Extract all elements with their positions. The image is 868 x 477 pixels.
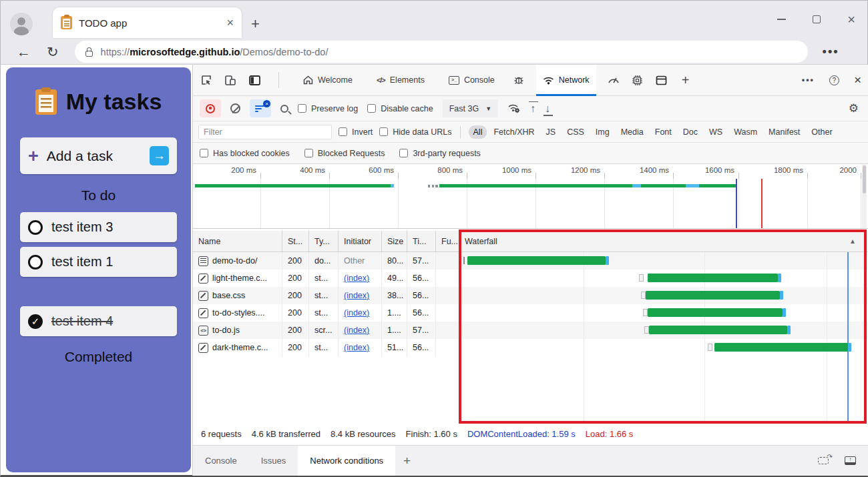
- filter-pill-css[interactable]: CSS: [562, 125, 589, 139]
- filter-pill-wasm[interactable]: Wasm: [729, 125, 762, 139]
- browser-menu-icon[interactable]: •••: [823, 45, 839, 59]
- memory-icon[interactable]: [631, 73, 644, 87]
- waterfall-bar[interactable]: [648, 308, 783, 317]
- request-initiator-cell[interactable]: (index): [339, 287, 382, 304]
- maximize-icon[interactable]: [813, 15, 821, 23]
- tab-network[interactable]: Network: [536, 65, 596, 96]
- dock-side-icon[interactable]: [248, 73, 261, 87]
- help-icon[interactable]: ?: [829, 75, 839, 85]
- application-icon[interactable]: [655, 73, 668, 87]
- expand-drawer-icon[interactable]: ↑: [845, 456, 856, 465]
- filter-pill-media[interactable]: Media: [616, 125, 648, 139]
- network-settings-icon[interactable]: ⚙: [849, 101, 859, 115]
- request-name-cell[interactable]: demo-to-do/: [193, 252, 282, 270]
- request-initiator-cell[interactable]: (index): [339, 304, 382, 322]
- checkbox-blocked-requests[interactable]: Blocked Requests: [304, 149, 385, 158]
- waterfall-bar[interactable]: [648, 274, 778, 282]
- record-button[interactable]: [200, 99, 221, 117]
- task-item[interactable]: test item 1: [20, 247, 177, 277]
- task-checkbox[interactable]: [28, 220, 43, 235]
- waterfall-bar[interactable]: [714, 343, 848, 352]
- tab-console[interactable]: >_ Console: [442, 65, 501, 96]
- disable-cache-checkbox[interactable]: Disable cache: [367, 104, 433, 113]
- clear-icon[interactable]: [230, 103, 240, 113]
- drawer-tab-issues[interactable]: Issues: [249, 446, 298, 476]
- request-initiator-cell[interactable]: (index): [339, 339, 382, 356]
- inspect-icon[interactable]: [200, 73, 213, 87]
- request-name-cell[interactable]: dark-theme.c...: [193, 339, 282, 356]
- checkbox-has-blocked-cookies[interactable]: Has blocked cookies: [200, 149, 290, 158]
- network-conditions-icon[interactable]: [507, 102, 521, 115]
- timeline-gridline: [738, 179, 739, 228]
- request-name-cell[interactable]: base.css: [193, 287, 282, 304]
- task-checkbox-checked[interactable]: ✓: [28, 314, 43, 329]
- invert-checkbox[interactable]: Invert: [339, 127, 373, 137]
- drawer-tab-network-conditions[interactable]: Network conditions: [298, 446, 395, 476]
- filter-pill-fetch-xhr[interactable]: Fetch/XHR: [489, 125, 539, 139]
- window-close-icon[interactable]: ×: [847, 15, 855, 23]
- filter-input[interactable]: Filter: [198, 125, 332, 139]
- hide-data-urls-checkbox[interactable]: Hide data URLs: [379, 127, 451, 137]
- filter-pill-other[interactable]: Other: [807, 125, 837, 139]
- filter-pill-ws[interactable]: WS: [704, 125, 727, 139]
- task-item[interactable]: test item 3: [20, 212, 177, 242]
- overview-scrollbar[interactable]: [862, 164, 867, 228]
- url-bar[interactable]: https://microsoftedge.github.io/Demos/de…: [75, 41, 808, 63]
- column-header-name[interactable]: Name: [193, 231, 282, 252]
- network-overview-timeline[interactable]: 200 ms400 ms600 ms800 ms1000 ms1200 ms14…: [193, 164, 868, 229]
- throttling-select[interactable]: Fast 3G▼: [443, 99, 498, 117]
- filter-pill-doc[interactable]: Doc: [678, 125, 702, 139]
- filter-pill-font[interactable]: Font: [650, 125, 676, 139]
- import-har-icon[interactable]: ↑: [530, 104, 535, 113]
- more-tabs-icon[interactable]: +: [679, 73, 692, 87]
- tab-close-icon[interactable]: ×: [226, 16, 234, 30]
- browser-tab[interactable]: TODO app ×: [53, 7, 242, 38]
- device-toolbar-icon[interactable]: [224, 73, 237, 87]
- add-task-field[interactable]: + Add a task →: [20, 137, 177, 174]
- request-initiator-cell[interactable]: (index): [339, 322, 382, 339]
- request-initiator-cell[interactable]: (index): [339, 270, 382, 287]
- waterfall-bar[interactable]: [646, 291, 780, 300]
- task-checkbox[interactable]: [28, 255, 43, 270]
- column-header-waterfall[interactable]: Waterfall: [459, 231, 868, 252]
- device-posture-icon[interactable]: [818, 457, 829, 464]
- profile-avatar[interactable]: [10, 13, 33, 35]
- export-har-icon[interactable]: ↓: [545, 104, 550, 113]
- request-name-cell[interactable]: light-theme.c...: [193, 270, 282, 287]
- summary-dcl: DOMContentLoaded: 1.59 s: [467, 429, 576, 439]
- request-name-cell[interactable]: to-do-styles....: [193, 304, 282, 322]
- filter-pill-js[interactable]: JS: [541, 125, 561, 139]
- back-icon[interactable]: ←: [17, 44, 31, 60]
- column-header-st-[interactable]: St...: [282, 231, 309, 252]
- refresh-icon[interactable]: ↻: [47, 44, 59, 60]
- filter-pill-manifest[interactable]: Manifest: [764, 125, 805, 139]
- filter-pill-all[interactable]: All: [469, 125, 487, 139]
- lock-icon[interactable]: [85, 51, 93, 57]
- search-icon[interactable]: [280, 105, 288, 113]
- tab-elements[interactable]: </> Elements: [370, 65, 431, 96]
- minimize-icon[interactable]: [777, 19, 786, 20]
- filter-icon[interactable]: ×: [250, 99, 271, 117]
- new-tab-button[interactable]: +: [251, 15, 260, 33]
- request-name-cell[interactable]: <>to-do.js: [193, 322, 282, 339]
- column-header-ti-[interactable]: Ti...: [407, 231, 436, 252]
- preserve-log-checkbox[interactable]: Preserve log: [298, 104, 358, 113]
- devtools-close-icon[interactable]: ×: [854, 73, 861, 87]
- checkbox-3rd-party-requests[interactable]: 3rd-party requests: [399, 149, 480, 158]
- drawer-tab-console[interactable]: Console: [193, 446, 249, 476]
- drawer-add-tab-icon[interactable]: +: [403, 454, 411, 468]
- devtools-menu-icon[interactable]: •••: [802, 75, 815, 85]
- column-header-fu-[interactable]: Fu...: [436, 231, 459, 252]
- waterfall-bar[interactable]: [467, 256, 606, 265]
- column-header-ty-[interactable]: Ty...: [309, 231, 339, 252]
- column-header-size[interactable]: Size: [382, 231, 407, 252]
- waterfall-bar[interactable]: [649, 326, 787, 334]
- bug-icon[interactable]: [512, 73, 525, 87]
- filter-pill-img[interactable]: Img: [591, 125, 614, 139]
- column-header-initiator[interactable]: Initiator: [339, 231, 382, 252]
- sort-ascending-icon[interactable]: ▲: [849, 237, 856, 245]
- submit-task-button[interactable]: →: [150, 146, 169, 165]
- task-item-completed[interactable]: ✓test item 4: [20, 306, 177, 336]
- tab-welcome[interactable]: Welcome: [296, 65, 359, 96]
- performance-icon[interactable]: [607, 73, 620, 87]
